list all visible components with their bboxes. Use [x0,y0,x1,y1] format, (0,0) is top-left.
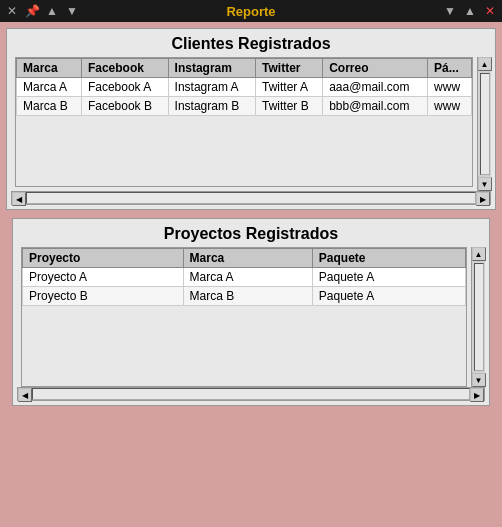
col-pagina: Pá... [428,59,472,78]
scroll-track-v[interactable] [480,73,490,175]
hscroll-left-btn[interactable]: ◀ [12,192,26,206]
table-cell: Facebook A [81,78,168,97]
col-marca-p: Marca [183,249,312,268]
table-cell: www [428,97,472,116]
clientes-table: Marca Facebook Instagram Twitter Correo … [16,58,472,116]
table-cell: bbb@mail.com [323,97,428,116]
table-cell: Instagram A [168,78,255,97]
chevron-up-icon[interactable]: ▲ [462,3,478,19]
col-marca: Marca [17,59,82,78]
table-cell: Proyecto B [23,287,184,306]
col-correo: Correo [323,59,428,78]
clientes-header-row: Marca Facebook Instagram Twitter Correo … [17,59,472,78]
proyectos-table-wrapper[interactable]: Proyecto Marca Paquete Proyecto AMarca A… [21,247,467,387]
col-instagram: Instagram [168,59,255,78]
clientes-section: Clientes Registrados Marca Facebook Inst… [6,28,496,210]
proyectos-section: Proyectos Registrados Proyecto Marca Paq… [12,218,490,406]
clientes-scrollbar-v[interactable]: ▲ ▼ [477,57,491,191]
table-cell: aaa@mail.com [323,78,428,97]
clientes-table-wrapper[interactable]: Marca Facebook Instagram Twitter Correo … [15,57,473,187]
table-cell: Paquete A [312,268,465,287]
proyectos-hscrollbar[interactable]: ◀ ▶ [17,387,485,401]
phscroll-left-btn[interactable]: ◀ [18,388,32,402]
proyectos-title: Proyectos Registrados [13,219,489,247]
hscroll-right-btn[interactable]: ▶ [476,192,490,206]
clientes-hscrollbar[interactable]: ◀ ▶ [11,191,491,205]
table-cell: Twitter A [256,78,323,97]
proyectos-scrollbar-v[interactable]: ▲ ▼ [471,247,485,387]
down-icon[interactable]: ▼ [64,3,80,19]
table-cell: Facebook B [81,97,168,116]
window-close-icon[interactable]: ✕ [482,3,498,19]
table-cell: Paquete A [312,287,465,306]
table-row: Proyecto BMarca BPaquete A [23,287,466,306]
title-bar-right: ▼ ▲ ✕ [442,3,498,19]
scroll-down-btn[interactable]: ▼ [478,177,492,191]
col-twitter: Twitter [256,59,323,78]
clientes-title: Clientes Registrados [7,29,495,57]
table-cell: Marca B [183,287,312,306]
title-bar: ✕ 📌 ▲ ▼ Reporte ▼ ▲ ✕ [0,0,502,22]
table-row: Marca AFacebook AInstagram ATwitter Aaaa… [17,78,472,97]
phscroll-right-btn[interactable]: ▶ [470,388,484,402]
phscroll-track[interactable] [32,388,470,400]
scroll-up-btn[interactable]: ▲ [478,57,492,71]
up-icon[interactable]: ▲ [44,3,60,19]
table-cell: Marca B [17,97,82,116]
window-title: Reporte [226,4,275,19]
table-row: Proyecto AMarca APaquete A [23,268,466,287]
table-cell: www [428,78,472,97]
chevron-down-icon[interactable]: ▼ [442,3,458,19]
pscroll-down-btn[interactable]: ▼ [472,373,486,387]
col-facebook: Facebook [81,59,168,78]
pin-icon[interactable]: 📌 [24,3,40,19]
table-cell: Marca A [183,268,312,287]
proyectos-header-row: Proyecto Marca Paquete [23,249,466,268]
table-cell: Instagram B [168,97,255,116]
close-icon[interactable]: ✕ [4,3,20,19]
table-cell: Proyecto A [23,268,184,287]
proyectos-table: Proyecto Marca Paquete Proyecto AMarca A… [22,248,466,306]
col-paquete: Paquete [312,249,465,268]
hscroll-track[interactable] [26,192,476,204]
table-row: Marca BFacebook BInstagram BTwitter Bbbb… [17,97,472,116]
pscroll-up-btn[interactable]: ▲ [472,247,486,261]
table-cell: Marca A [17,78,82,97]
main-content: Clientes Registrados Marca Facebook Inst… [0,22,502,418]
table-cell: Twitter B [256,97,323,116]
pscroll-track-v[interactable] [474,263,484,371]
title-bar-left: ✕ 📌 ▲ ▼ [4,3,80,19]
col-proyecto: Proyecto [23,249,184,268]
